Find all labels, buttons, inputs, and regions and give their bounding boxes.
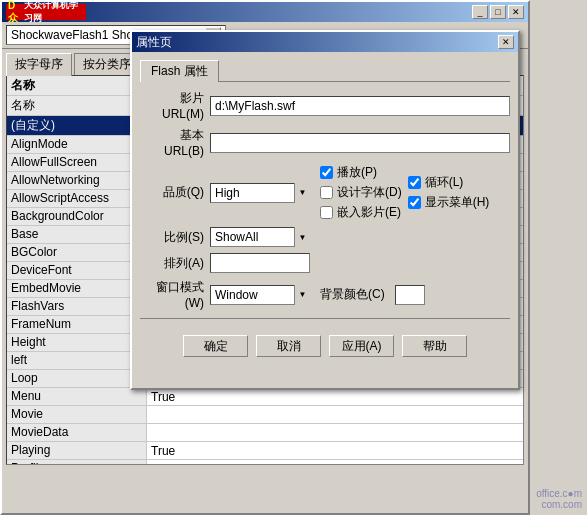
maximize-button[interactable]: □	[490, 5, 506, 19]
embed-movie-checkbox[interactable]	[320, 206, 333, 219]
close-button[interactable]: ✕	[508, 5, 524, 19]
show-menu-checkbox-row: 显示菜单(H)	[408, 194, 490, 211]
dialog-tabs: Flash 属性	[140, 60, 510, 82]
properties-dialog: 属性页 ✕ Flash 属性 影片 URL(M) 基本 URL(B) 品质(Q)	[130, 30, 520, 390]
table-row[interactable]: MovieData	[7, 424, 523, 442]
loop-checkbox-row: 循环(L)	[408, 174, 490, 191]
dialog-close-button[interactable]: ✕	[498, 35, 514, 49]
movie-url-input[interactable]	[210, 96, 510, 116]
align-input[interactable]	[210, 253, 310, 273]
tab-alphabetical[interactable]: 按字母序	[6, 53, 72, 76]
prop-name-cell: Profile	[7, 460, 147, 465]
prop-name-cell: AllowScriptAccess	[7, 190, 147, 207]
title-bar-buttons: _ □ ✕	[472, 5, 524, 19]
prop-value-cell: False	[147, 460, 523, 465]
watermark-line2: com.com	[536, 499, 582, 510]
design-font-label: 设计字体(D)	[337, 184, 402, 201]
watermark: office.c●m com.com	[536, 488, 582, 510]
title-bar-left: D众 大众计算机学习网	[6, 4, 86, 20]
prop-name-cell: 名称	[7, 96, 147, 115]
prop-name-cell: Playing	[7, 442, 147, 459]
base-url-row: 基本 URL(B)	[140, 127, 510, 158]
loop-label: 循环(L)	[425, 174, 464, 191]
ok-button[interactable]: 确定	[183, 335, 248, 357]
separator	[140, 318, 510, 319]
bg-color-swatch[interactable]	[395, 285, 425, 305]
prop-name-cell: (自定义)	[7, 116, 147, 135]
scale-label: 比例(S)	[140, 229, 210, 246]
prop-name-cell: BackgroundColor	[7, 208, 147, 225]
design-font-checkbox[interactable]	[320, 186, 333, 199]
prop-name-cell: MovieData	[7, 424, 147, 441]
prop-name-cell: Menu	[7, 388, 147, 405]
prop-name-cell: Base	[7, 226, 147, 243]
prop-name-cell: EmbedMovie	[7, 280, 147, 297]
prop-name-cell: Height	[7, 334, 147, 351]
prop-name-cell: DeviceFont	[7, 262, 147, 279]
prop-value-cell	[147, 406, 523, 423]
prop-value-cell	[147, 424, 523, 441]
scale-select-wrapper: ShowAll NoBorder ExactFit ▼	[210, 227, 310, 247]
table-row[interactable]: PlayingTrue	[7, 442, 523, 460]
right-checkboxes-col2: 循环(L) 显示菜单(H)	[408, 174, 490, 211]
table-row[interactable]: MenuTrue	[7, 388, 523, 406]
dialog-title-buttons: ✕	[498, 35, 514, 49]
movie-url-label: 影片 URL(M)	[140, 90, 210, 121]
prop-name-cell: Loop	[7, 370, 147, 387]
dialog-buttons: 确定 取消 应用(A) 帮助	[140, 335, 510, 357]
prop-value-cell: True	[147, 388, 523, 405]
table-row[interactable]: ProfileFalse	[7, 460, 523, 465]
base-url-input[interactable]	[210, 133, 510, 153]
window-mode-select[interactable]: Window Opaque Windowless Transparent Win…	[210, 285, 310, 305]
design-font-checkbox-row: 设计字体(D)	[320, 184, 402, 201]
quality-label: 品质(Q)	[140, 184, 210, 201]
title-bar: D众 大众计算机学习网 _ □ ✕	[2, 2, 528, 22]
scale-row: 比例(S) ShowAll NoBorder ExactFit ▼	[140, 227, 510, 247]
prop-name-cell: FrameNum	[7, 316, 147, 333]
loop-checkbox[interactable]	[408, 176, 421, 189]
play-checkbox[interactable]	[320, 166, 333, 179]
dialog-tab-flash[interactable]: Flash 属性	[140, 60, 219, 82]
table-row[interactable]: Movie	[7, 406, 523, 424]
prop-name-cell: FlashVars	[7, 298, 147, 315]
play-checkbox-row: 播放(P)	[320, 164, 402, 181]
align-row: 排列(A)	[140, 253, 510, 273]
prop-name-cell: Movie	[7, 406, 147, 423]
embed-movie-label: 嵌入影片(E)	[337, 204, 401, 221]
prop-name-cell: left	[7, 352, 147, 369]
dialog-title-bar: 属性页 ✕	[132, 32, 518, 52]
quality-select[interactable]: High Low Medium Best	[210, 183, 310, 203]
prop-name-cell: AllowNetworking	[7, 172, 147, 189]
minimize-button[interactable]: _	[472, 5, 488, 19]
prop-name-cell: BGColor	[7, 244, 147, 261]
dialog-body: Flash 属性 影片 URL(M) 基本 URL(B) 品质(Q) High …	[132, 52, 518, 365]
prop-name-cell: AlignMode	[7, 136, 147, 153]
window-mode-select-wrapper: Window Opaque Windowless Transparent Win…	[210, 285, 310, 305]
prop-value-cell: True	[147, 442, 523, 459]
show-menu-checkbox[interactable]	[408, 196, 421, 209]
window-mode-row: 窗口模式(W) Window Opaque Windowless Transpa…	[140, 279, 510, 310]
watermark-line1: office.c●m	[536, 488, 582, 499]
help-button[interactable]: 帮助	[402, 335, 467, 357]
align-label: 排列(A)	[140, 255, 210, 272]
prop-name-cell: AllowFullScreen	[7, 154, 147, 171]
embed-movie-checkbox-row: 嵌入影片(E)	[320, 204, 402, 221]
window-mode-label: 窗口模式(W)	[140, 279, 210, 310]
quality-select-wrapper: High Low Medium Best ▼	[210, 183, 310, 203]
play-label: 播放(P)	[337, 164, 377, 181]
apply-button[interactable]: 应用(A)	[329, 335, 394, 357]
prop-header-name: 名称	[7, 76, 147, 95]
right-checkboxes-col1: 播放(P) 设计字体(D) 嵌入影片(E)	[320, 164, 402, 221]
scale-select[interactable]: ShowAll NoBorder ExactFit	[210, 227, 310, 247]
quality-row: 品质(Q) High Low Medium Best ▼ 播放(P) 设计字体(…	[140, 164, 510, 221]
movie-url-row: 影片 URL(M)	[140, 90, 510, 121]
show-menu-label: 显示菜单(H)	[425, 194, 490, 211]
app-logo: D众 大众计算机学习网	[6, 4, 86, 20]
cancel-button[interactable]: 取消	[256, 335, 321, 357]
bg-color-label: 背景颜色(C)	[320, 286, 391, 303]
base-url-label: 基本 URL(B)	[140, 127, 210, 158]
